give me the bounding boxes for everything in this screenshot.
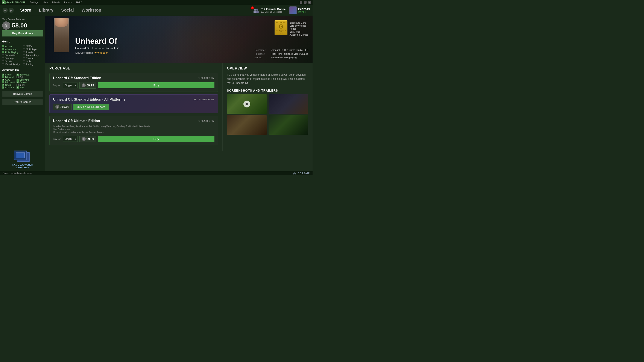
genre-f2p[interactable]: Free to Play — [23, 54, 43, 57]
genre-indie-checkbox[interactable] — [23, 60, 25, 62]
genre-sports[interactable]: Sports — [2, 60, 22, 63]
menu-launch[interactable]: Launch — [62, 1, 74, 4]
genre-mmo[interactable]: MMO — [23, 45, 43, 48]
platform-origin-checkbox[interactable]: ✓ — [2, 84, 4, 86]
close-button[interactable]: × — [308, 1, 311, 4]
platform-gog-checkbox[interactable]: ✓ — [2, 79, 4, 81]
card3-platform-select[interactable]: Origin Steam GOG — [63, 136, 78, 142]
genre-strategy-checkbox[interactable] — [2, 57, 4, 59]
platform-blizzard[interactable]: ✓ Blizzard — [2, 76, 15, 78]
card2-buy-all-button[interactable]: Buy on All Launchers — [74, 104, 109, 110]
genre-roleplaying-checkbox[interactable]: ✓ — [2, 51, 4, 53]
hero-title-area: Unheard Of Unheard Of This Game Studio, … — [75, 37, 120, 54]
platform-epic-checkbox[interactable] — [16, 76, 19, 78]
platform-bethesda-checkbox[interactable]: ✓ — [16, 73, 19, 76]
genre-strategy[interactable]: Strategy — [2, 57, 22, 60]
tab-store[interactable]: Store — [16, 8, 35, 13]
genre-puzzle[interactable]: Puzzle — [23, 51, 43, 54]
play-button-overlay[interactable] — [227, 94, 267, 114]
platform-uplay[interactable]: uPlay — [16, 84, 30, 86]
platform-origin[interactable]: ✓ Origin — [2, 84, 15, 86]
genre-racing[interactable]: Racing — [23, 63, 43, 66]
genre-multiplayer-checkbox[interactable] — [23, 48, 25, 50]
platform-vive-checkbox[interactable]: ✓ — [16, 86, 19, 89]
logo-screen — [16, 152, 25, 158]
genre-casual[interactable]: Casual — [23, 57, 43, 60]
minimize-button[interactable]: _ — [300, 1, 302, 4]
tab-workstop[interactable]: Workstop — [78, 8, 105, 13]
genre-action[interactable]: ✓ Action — [2, 45, 22, 48]
sidebar-logo: GAME LAUNCHER LAUNCHER — [2, 149, 43, 169]
genre-vr-checkbox[interactable] — [2, 63, 4, 65]
platform-steam-checkbox[interactable]: ✓ — [2, 73, 4, 76]
platform-vive[interactable]: ✓ Vive — [16, 86, 30, 89]
genre-f2p-checkbox[interactable] — [23, 54, 25, 56]
genre-racing-checkbox[interactable] — [23, 63, 25, 65]
platform-blizzard-checkbox[interactable]: ✓ — [2, 76, 4, 78]
card3-buy-button[interactable]: Buy — [98, 136, 214, 142]
card2-price-box: $ 719.98 — [53, 104, 72, 110]
card1-buy-button[interactable]: Buy — [98, 82, 214, 88]
genre-adventure[interactable]: ✓ Adventure — [2, 48, 22, 51]
genre-adventure-checkbox[interactable]: ✓ — [2, 48, 4, 50]
tab-library[interactable]: Library — [35, 8, 57, 13]
tab-social[interactable]: Social — [57, 8, 78, 13]
genre-simulation-checkbox[interactable] — [2, 54, 4, 56]
platform-microsoft[interactable]: ✓ Microsoft — [2, 81, 15, 84]
platform-epic[interactable]: Epic — [16, 76, 30, 78]
menu-view[interactable]: View — [41, 1, 50, 4]
genre-indie[interactable]: Indie — [23, 60, 43, 63]
platform-oculus[interactable]: ✓ Oculus — [16, 81, 30, 84]
nav-back-button[interactable]: ◀ — [2, 8, 8, 13]
card1-platform-select-wrapper[interactable]: Origin Steam GOG ▼ — [63, 82, 78, 88]
game-title: Unheard Of — [75, 37, 120, 46]
platform-utorrent[interactable]: ✓ uTorrent — [2, 86, 15, 89]
nav-tabs: Store Library Social Workstop — [16, 8, 105, 13]
play-circle[interactable] — [244, 101, 250, 107]
genre-vr[interactable]: Virtual Reality — [2, 63, 22, 66]
platform-limewire-checkbox[interactable]: ✓ — [16, 79, 19, 81]
genre-roleplaying[interactable]: ✓ Role Playing — [2, 51, 22, 54]
card2-price-coin-icon: $ — [56, 105, 59, 109]
platform-utorrent-checkbox[interactable]: ✓ — [2, 86, 4, 89]
menu-settings[interactable]: Settings — [28, 1, 40, 4]
menu-friends[interactable]: Friends — [50, 1, 62, 4]
buy-more-money-button[interactable]: Buy More Money — [2, 30, 43, 36]
genre-sports-checkbox[interactable] — [2, 60, 4, 62]
platform-bethesda[interactable]: ✓ Bethesda — [16, 73, 30, 76]
profile-section[interactable]: Pedro19 Online ▾ — [289, 6, 310, 14]
nav-forward-button[interactable]: ▶ — [8, 8, 14, 13]
genre-action-checkbox[interactable]: ✓ — [2, 45, 4, 47]
genre-mmo-checkbox[interactable] — [23, 45, 25, 47]
menu-help[interactable]: Help? — [74, 1, 84, 4]
platform-limewire[interactable]: ✓ Limewire — [16, 78, 30, 81]
card2-buy-row: $ 719.98 Buy on All Launchers — [53, 104, 214, 110]
screenshot-1[interactable] — [227, 94, 267, 114]
card1-price-coin-icon: $ — [82, 83, 86, 87]
card1-platform-select[interactable]: Origin Steam GOG — [63, 82, 78, 88]
maximize-button[interactable]: □ — [304, 1, 306, 4]
screenshot-2[interactable] — [268, 94, 308, 114]
overview-text: It's a game that you've never heard of. … — [227, 73, 308, 85]
genre-multiplayer[interactable]: Multiplayer — [23, 48, 43, 51]
platform-oculus-checkbox[interactable]: ✓ — [16, 81, 19, 83]
platform-gog[interactable]: ✓ GOG — [2, 78, 15, 81]
genre-casual-checkbox[interactable] — [23, 57, 25, 59]
platform-uplay-checkbox[interactable] — [16, 84, 19, 86]
recycle-games-button[interactable]: Recycle Games — [2, 91, 43, 97]
genre-puzzle-checkbox[interactable] — [23, 51, 25, 53]
window-controls: _ □ × — [300, 1, 311, 4]
profile-name: Pedro19 — [298, 7, 310, 11]
platform-microsoft-checkbox[interactable]: ✓ — [2, 81, 4, 83]
genre-simulation[interactable]: Simulation — [2, 54, 22, 57]
game-hero-banner: Unheard Of Unheard Of This Game Studio, … — [45, 16, 312, 63]
card2-platform-badge: ALL PLATFORMS — [194, 98, 214, 101]
screenshots-grid — [227, 94, 308, 135]
platform-col-right: ✓ Bethesda Epic ✓ Limewire ✓ Oculus — [16, 73, 30, 89]
screenshot-3[interactable] — [227, 115, 267, 135]
return-games-button[interactable]: Return Games — [2, 99, 43, 105]
platform-steam[interactable]: ✓ Steam — [2, 73, 15, 76]
screenshot-4[interactable] — [268, 115, 308, 135]
card3-platform-select-wrapper[interactable]: Origin Steam GOG ▼ — [63, 136, 78, 142]
purchase-overview-section: PURCHASE Unheard Of: Standard Edition 1 … — [45, 63, 312, 151]
